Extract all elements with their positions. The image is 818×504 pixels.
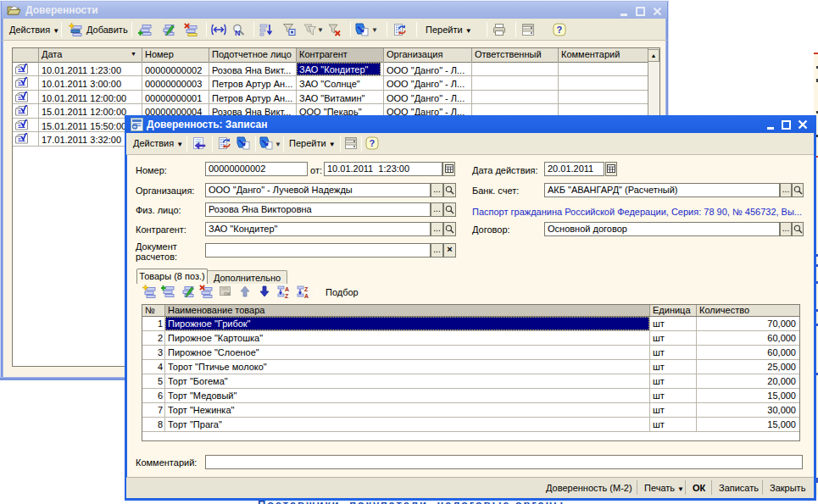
svg-text:A: A [304, 293, 309, 299]
svg-text:?: ? [370, 138, 376, 148]
svg-text:?: ? [557, 25, 563, 35]
svg-text:OK: OK [224, 291, 231, 296]
svg-text:Z: Z [285, 293, 289, 299]
svg-text:A: A [285, 286, 289, 292]
svg-text:N: N [235, 29, 241, 36]
svg-text:Z: Z [304, 286, 309, 292]
